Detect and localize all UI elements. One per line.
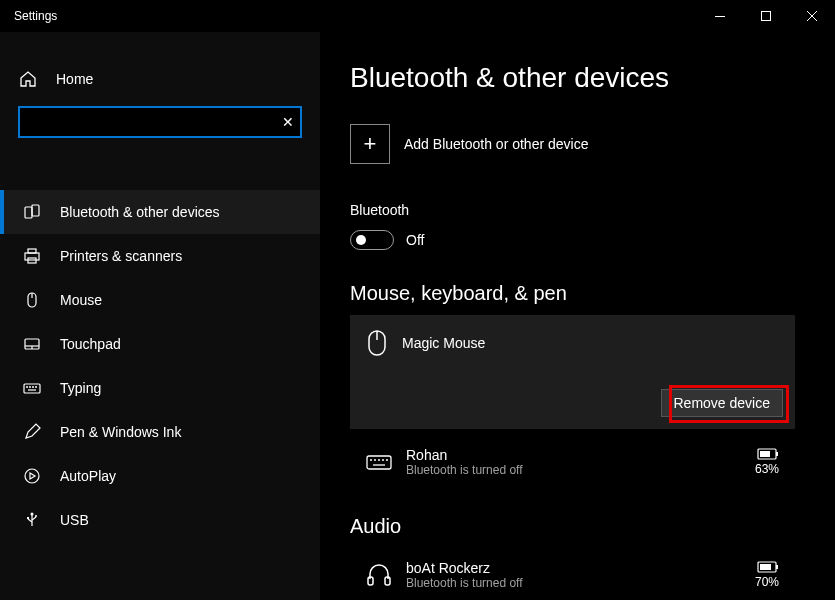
sidebar-item-label: AutoPlay <box>60 468 116 484</box>
sidebar-item-label: Touchpad <box>60 336 121 352</box>
bluetooth-toggle[interactable] <box>350 230 394 250</box>
svg-point-22 <box>31 513 34 516</box>
plus-icon: + <box>350 124 390 164</box>
battery-percent: 63% <box>755 462 779 476</box>
sidebar-home-label: Home <box>56 71 93 87</box>
svg-point-24 <box>35 515 37 517</box>
section-audio-title: Audio <box>350 515 795 538</box>
search-input[interactable] <box>18 106 302 138</box>
pen-icon <box>22 423 42 441</box>
mouse-icon <box>22 291 42 309</box>
keyboard-device-icon <box>366 453 392 471</box>
sidebar-item-printers[interactable]: Printers & scanners <box>0 234 320 278</box>
bluetooth-state: Off <box>406 232 424 248</box>
headphones-icon <box>366 562 392 588</box>
svg-rect-35 <box>776 452 778 456</box>
sidebar-item-touchpad[interactable]: Touchpad <box>0 322 320 366</box>
usb-icon <box>22 511 42 529</box>
device-name: boAt Rockerz <box>406 560 741 576</box>
home-icon <box>18 70 38 88</box>
add-device-label: Add Bluetooth or other device <box>404 136 588 152</box>
device-name: Magic Mouse <box>402 335 485 351</box>
remove-device-button[interactable]: Remove device <box>661 389 784 417</box>
svg-rect-14 <box>24 384 40 393</box>
device-item-rohan[interactable]: Rohan Bluetooth is turned off 63% <box>350 435 795 489</box>
sidebar-item-mouse[interactable]: Mouse <box>0 278 320 322</box>
mouse-device-icon <box>366 329 388 357</box>
sidebar-item-typing[interactable]: Typing <box>0 366 320 410</box>
window-title: Settings <box>14 9 697 23</box>
content-pane: Bluetooth & other devices + Add Bluetoot… <box>320 32 835 600</box>
svg-rect-5 <box>32 205 39 216</box>
svg-point-20 <box>25 469 39 483</box>
minimize-button[interactable] <box>697 0 743 32</box>
sidebar-item-pen[interactable]: Pen & Windows Ink <box>0 410 320 454</box>
svg-rect-4 <box>25 207 32 218</box>
section-mouse-title: Mouse, keyboard, & pen <box>350 282 795 305</box>
device-status: Bluetooth is turned off <box>406 576 741 590</box>
battery-icon <box>757 448 779 460</box>
autoplay-icon <box>22 467 42 485</box>
keyboard-icon <box>22 379 42 397</box>
sidebar-item-autoplay[interactable]: AutoPlay <box>0 454 320 498</box>
sidebar-item-label: Typing <box>60 380 101 396</box>
bluetooth-devices-icon <box>22 203 42 221</box>
maximize-button[interactable] <box>743 0 789 32</box>
sidebar-item-label: Bluetooth & other devices <box>60 204 220 220</box>
sidebar-home[interactable]: Home <box>0 60 320 98</box>
svg-rect-7 <box>28 249 36 253</box>
close-button[interactable] <box>789 0 835 32</box>
svg-rect-36 <box>760 451 770 457</box>
touchpad-icon <box>22 335 42 353</box>
printer-icon <box>22 247 42 265</box>
search-clear-icon[interactable]: ✕ <box>282 114 294 130</box>
battery-icon <box>757 561 779 573</box>
sidebar-item-label: Pen & Windows Ink <box>60 424 181 440</box>
svg-rect-23 <box>27 517 29 519</box>
bluetooth-label: Bluetooth <box>350 202 795 218</box>
device-name: Rohan <box>406 447 741 463</box>
battery-percent: 70% <box>755 575 779 589</box>
sidebar: Home ✕ Bluetooth & other devices Printer… <box>0 32 320 600</box>
sidebar-item-label: USB <box>60 512 89 528</box>
svg-rect-41 <box>760 564 771 570</box>
svg-rect-1 <box>762 12 771 21</box>
window-controls <box>697 0 835 32</box>
sidebar-item-label: Printers & scanners <box>60 248 182 264</box>
svg-rect-40 <box>776 565 778 569</box>
add-device-button[interactable]: + Add Bluetooth or other device <box>350 124 795 164</box>
device-item-boat[interactable]: boAt Rockerz Bluetooth is turned off 70% <box>350 548 795 600</box>
device-item-magic-mouse[interactable]: Magic Mouse Remove device <box>350 315 795 429</box>
sidebar-item-usb[interactable]: USB <box>0 498 320 542</box>
page-title: Bluetooth & other devices <box>350 62 795 94</box>
titlebar: Settings <box>0 0 835 32</box>
device-status: Bluetooth is turned off <box>406 463 741 477</box>
sidebar-item-label: Mouse <box>60 292 102 308</box>
svg-rect-27 <box>367 456 391 469</box>
sidebar-item-bluetooth[interactable]: Bluetooth & other devices <box>0 190 320 234</box>
svg-rect-6 <box>25 253 39 260</box>
search-box: ✕ <box>18 106 302 138</box>
